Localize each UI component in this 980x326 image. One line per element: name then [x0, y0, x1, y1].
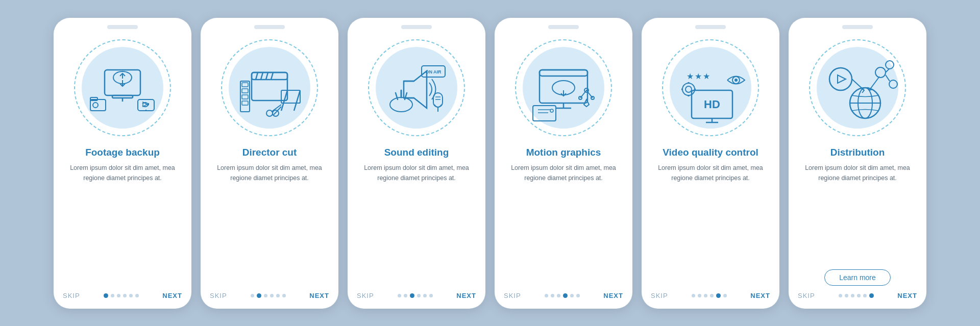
card-distribution: Distribution Lorem ipsum dolor sit dim a… — [789, 18, 926, 309]
svg-rect-21 — [242, 95, 248, 99]
dot-4 — [863, 294, 867, 297]
card-title-footage-backup: Footage backup — [85, 146, 160, 159]
svg-text:ON AIR: ON AIR — [425, 69, 442, 74]
dot-1 — [404, 294, 407, 297]
card-footer-sound-editing: SKIP NEXT — [348, 292, 485, 299]
card-body-video-quality: Lorem ipsum dolor sit dim amet, mea regi… — [653, 163, 768, 291]
card-body-sound-editing: Lorem ipsum dolor sit dim amet, mea regi… — [359, 163, 474, 291]
next-button[interactable]: NEXT — [603, 292, 623, 299]
svg-text:★: ★ — [695, 72, 702, 81]
illustration-director-cut — [201, 29, 338, 146]
svg-line-15 — [261, 72, 263, 80]
dot-3 — [270, 294, 274, 297]
phone-notch — [842, 25, 873, 29]
phone-notch — [401, 25, 432, 29]
svg-rect-1 — [112, 95, 133, 98]
svg-point-36 — [390, 97, 412, 112]
dot-0 — [839, 294, 842, 297]
card-content-motion-graphics: Motion graphics Lorem ipsum dolor sit di… — [495, 146, 632, 292]
card-director-cut: Director cut Lorem ipsum dolor sit dim a… — [201, 18, 338, 309]
dot-2 — [410, 293, 414, 298]
card-title-video-quality: Video quality control — [663, 146, 758, 159]
svg-line-14 — [256, 72, 258, 80]
next-button[interactable]: NEXT — [162, 292, 182, 299]
dot-1 — [698, 294, 701, 297]
dot-4 — [716, 293, 721, 298]
card-body-distribution: Lorem ipsum dolor sit dim amet, mea regi… — [800, 163, 915, 269]
learn-more-button[interactable]: Learn more — [824, 269, 891, 286]
svg-line-81 — [886, 69, 889, 72]
dot-5 — [429, 294, 433, 297]
dot-2 — [851, 294, 854, 297]
svg-rect-45 — [540, 70, 587, 76]
dot-2 — [557, 294, 560, 297]
sound-editing-icon: ON AIR — [373, 44, 460, 131]
card-body-footage-backup: Lorem ipsum dolor sit dim amet, mea regi… — [65, 163, 180, 291]
illustration-footage-backup — [54, 29, 191, 146]
dot-1 — [551, 294, 554, 297]
illustration-motion-graphics — [495, 29, 632, 146]
dot-5 — [282, 294, 286, 297]
motion-graphics-icon — [520, 44, 607, 131]
phone-notch — [254, 25, 285, 29]
svg-point-65 — [682, 83, 695, 95]
svg-point-7 — [93, 103, 98, 108]
pagination-dots — [398, 293, 433, 298]
svg-point-66 — [685, 86, 692, 92]
dot-2 — [264, 294, 267, 297]
card-footer-video-quality: SKIP NEXT — [642, 292, 779, 299]
phone-notch — [107, 25, 138, 29]
dot-3 — [563, 293, 568, 298]
dot-4 — [129, 294, 133, 297]
svg-point-78 — [875, 67, 886, 78]
card-content-sound-editing: Sound editing Lorem ipsum dolor sit dim … — [348, 146, 485, 292]
skip-button[interactable]: SKIP — [63, 292, 80, 299]
svg-text:HD: HD — [704, 98, 720, 111]
card-body-motion-graphics: Lorem ipsum dolor sit dim amet, mea regi… — [506, 163, 621, 291]
svg-rect-19 — [242, 83, 248, 87]
svg-rect-20 — [242, 89, 248, 93]
svg-line-24 — [294, 90, 300, 111]
card-footer-footage-backup: SKIP NEXT — [54, 292, 191, 299]
dot-5 — [135, 294, 139, 297]
footage-backup-icon — [79, 44, 166, 131]
skip-button[interactable]: SKIP — [357, 292, 374, 299]
next-button[interactable]: NEXT — [750, 292, 770, 299]
card-content-footage-backup: Footage backup Lorem ipsum dolor sit dim… — [54, 146, 191, 292]
card-title-motion-graphics: Motion graphics — [526, 146, 601, 159]
svg-point-79 — [889, 80, 897, 88]
skip-button[interactable]: SKIP — [798, 292, 815, 299]
card-footer-distribution: SKIP NEXT — [789, 292, 926, 299]
illustration-sound-editing: ON AIR — [348, 29, 485, 146]
dot-0 — [251, 294, 254, 297]
dot-3 — [417, 294, 421, 297]
svg-point-80 — [886, 61, 894, 69]
svg-line-16 — [266, 72, 268, 80]
dot-3 — [857, 294, 861, 297]
svg-rect-44 — [540, 70, 587, 103]
dot-4 — [570, 294, 574, 297]
dot-5 — [723, 294, 727, 297]
skip-button[interactable]: SKIP — [651, 292, 668, 299]
svg-rect-54 — [533, 106, 556, 121]
card-title-distribution: Distribution — [830, 146, 885, 159]
dot-0 — [692, 294, 695, 297]
card-body-director-cut: Lorem ipsum dolor sit dim amet, mea regi… — [212, 163, 327, 291]
dot-3 — [123, 294, 127, 297]
svg-text:★: ★ — [687, 72, 694, 81]
dot-2 — [117, 294, 120, 297]
svg-point-72 — [734, 79, 738, 82]
director-cut-icon — [226, 44, 313, 131]
next-button[interactable]: NEXT — [456, 292, 476, 299]
card-motion-graphics: Motion graphics Lorem ipsum dolor sit di… — [495, 18, 632, 309]
card-title-sound-editing: Sound editing — [384, 146, 449, 159]
dot-5 — [576, 294, 580, 297]
dot-1 — [257, 293, 261, 298]
next-button[interactable]: NEXT — [897, 292, 917, 299]
card-footage-backup: Footage backup Lorem ipsum dolor sit dim… — [54, 18, 191, 309]
phone-notch — [548, 25, 579, 29]
skip-button[interactable]: SKIP — [210, 292, 227, 299]
skip-button[interactable]: SKIP — [504, 292, 521, 299]
dot-4 — [276, 294, 280, 297]
next-button[interactable]: NEXT — [309, 292, 329, 299]
